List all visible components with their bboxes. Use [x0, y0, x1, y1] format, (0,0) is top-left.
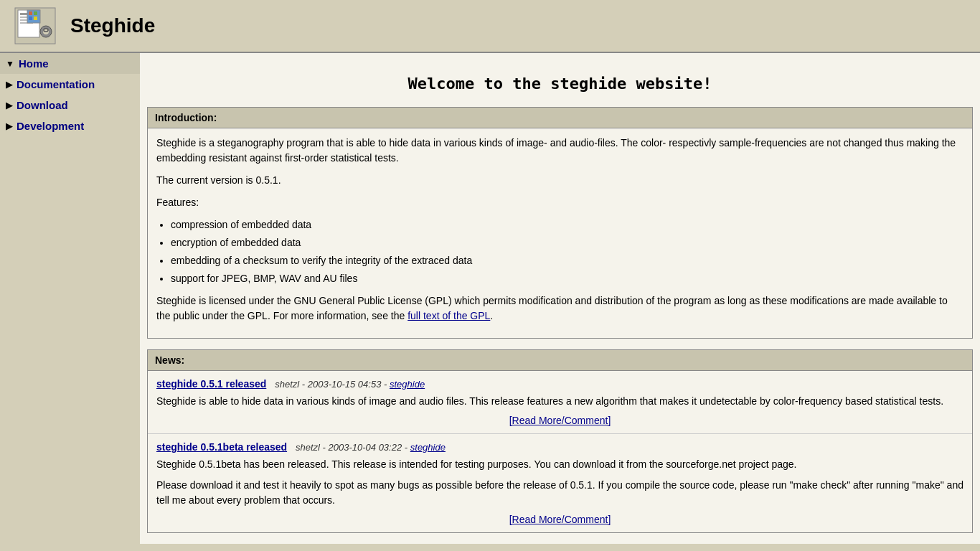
sidebar-item-documentation[interactable]: Documentation [0, 74, 140, 95]
intro-section-content: Steghide is a steganography program that… [148, 128, 972, 338]
license-text1: Steghide is licensed under the GNU Gener… [156, 295, 948, 321]
news-entry-2-meta: shetzl - 2003-10-04 03:22 - steghide [296, 442, 446, 453]
feature-item: embedding of a checksum to verify the in… [171, 253, 963, 268]
license-text2: . [490, 310, 493, 321]
download-arrow-icon [6, 100, 12, 110]
main-content: Welcome to the steghide website! Introdu… [140, 53, 980, 544]
svg-rect-10 [34, 17, 37, 20]
news-entry-1: steghide 0.5.1 released shetzl - 2003-10… [148, 371, 972, 434]
gpl-link[interactable]: full text of the GPL [407, 310, 490, 321]
main-layout: Home Documentation Download Development … [0, 53, 980, 544]
news-dash1: - [302, 379, 308, 390]
site-title: Steghide [70, 14, 155, 37]
news-dash2: - [384, 379, 390, 390]
svg-rect-8 [34, 11, 37, 15]
news-entry-2-read-more-link[interactable]: [Read More/Comment] [509, 514, 611, 525]
intro-body1: Steghide is a steganography program that… [156, 136, 963, 166]
feature-item: support for JPEG, BMP, WAV and AU files [171, 271, 963, 286]
sidebar-item-download[interactable]: Download [0, 95, 140, 116]
news-entry-1-read-more-link[interactable]: [Read More/Comment] [509, 415, 611, 426]
news-entry-1-author: shetzl [275, 379, 299, 390]
intro-body2: The current version is 0.5.1. [156, 173, 963, 188]
sidebar-item-download-label: Download [17, 99, 68, 111]
news-entry-2-author: shetzl [296, 442, 320, 453]
intro-section: Introduction: Steghide is a steganograph… [147, 107, 973, 339]
news-entry-2-read-more: [Read More/Comment] [156, 514, 963, 525]
welcome-title: Welcome to the steghide website! [140, 53, 980, 107]
home-arrow-icon [6, 59, 14, 69]
sidebar-item-home-label: Home [19, 57, 49, 70]
svg-rect-9 [29, 17, 32, 20]
news-entry-1-date: 2003-10-15 04:53 [308, 379, 382, 390]
news-entry-1-meta: shetzl - 2003-10-15 04:53 - steghide [275, 379, 425, 390]
news-entry-2-headline: steghide 0.5.1beta released shetzl - 200… [156, 441, 963, 453]
sidebar-item-development-label: Development [17, 120, 84, 132]
sidebar: Home Documentation Download Development [0, 53, 140, 544]
intro-section-header: Introduction: [148, 108, 972, 128]
news-entry-2-body1: Steghide 0.5.1beta has been released. Th… [156, 457, 963, 508]
news-entry-2: steghide 0.5.1beta released shetzl - 200… [148, 434, 972, 532]
features-list: compression of embedded data encryption … [171, 217, 963, 286]
news-entry-2-date: 2003-10-04 03:22 [329, 442, 402, 453]
sidebar-item-development[interactable]: Development [0, 116, 140, 136]
sidebar-item-documentation-label: Documentation [17, 78, 95, 90]
news-entry-2-category[interactable]: steghide [410, 442, 446, 453]
site-logo [14, 7, 56, 44]
news-section-header: News: [148, 350, 972, 371]
license-paragraph: Steghide is licensed under the GNU Gener… [156, 293, 963, 324]
documentation-arrow-icon [6, 80, 12, 90]
svg-rect-7 [29, 11, 32, 15]
feature-item: compression of embedded data [171, 217, 963, 232]
news-dash4: - [405, 442, 410, 453]
news-entry-1-body: Steghide is able to hide data in various… [156, 394, 963, 409]
news-entry-1-read-more: [Read More/Comment] [156, 415, 963, 426]
news-section: News: steghide 0.5.1 released shetzl - 2… [147, 349, 973, 533]
news-dash3: - [323, 442, 329, 453]
intro-body3: Features: [156, 195, 963, 210]
news-entry-1-title[interactable]: steghide 0.5.1 released [156, 378, 266, 390]
development-arrow-icon [6, 121, 12, 131]
site-header: Steghide [0, 0, 980, 53]
news-entry-1-category[interactable]: steghide [390, 379, 425, 390]
news-entry-2-title[interactable]: steghide 0.5.1beta released [156, 441, 287, 453]
news-entry-1-headline: steghide 0.5.1 released shetzl - 2003-10… [156, 378, 963, 390]
logo-container [14, 7, 56, 44]
feature-item: encryption of embedded data [171, 235, 963, 250]
sidebar-item-home[interactable]: Home [0, 53, 140, 74]
